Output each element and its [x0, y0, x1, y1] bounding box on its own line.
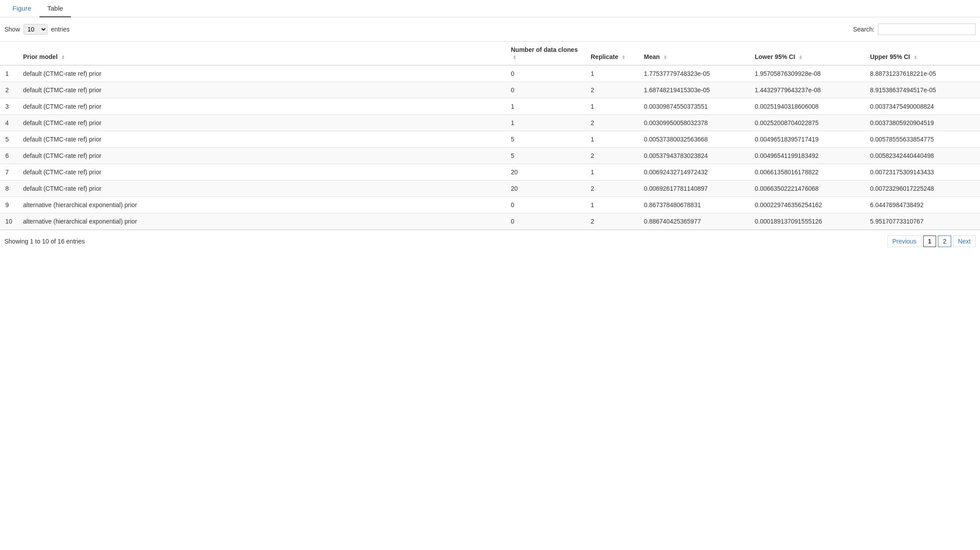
col-prior-model[interactable]: Prior model ⇕ [18, 42, 506, 66]
pagination: Previous 1 2 Next [887, 236, 976, 247]
sort-icon: ⇕ [622, 55, 625, 60]
col-lower-ci[interactable]: Lower 95% CI ⇕ [749, 42, 865, 66]
table-row: 4default (CTMC-rate ref) prior120.003099… [0, 115, 980, 131]
table-controls: Show 102550100 entries Search: [0, 17, 980, 41]
cell-replicate: 1 [585, 98, 639, 115]
show-label: Show [4, 26, 20, 33]
cell-data-clones: 20 [506, 164, 585, 181]
cell-replicate: 2 [585, 213, 639, 230]
table-body: 1default (CTMC-rate ref) prior011.775377… [0, 65, 980, 230]
cell-index: 2 [0, 82, 18, 98]
cell-replicate: 2 [585, 148, 639, 164]
table-row: 10alternative (hierarchical exponential)… [0, 213, 980, 230]
cell-mean: 0.886740425365977 [639, 213, 749, 230]
cell-replicate: 2 [585, 181, 639, 197]
cell-prior-model: default (CTMC-rate ref) prior [18, 181, 506, 197]
cell-mean: 0.00537380032563668 [639, 131, 749, 148]
cell-lower-ci: 0.00663502221476068 [749, 181, 865, 197]
cell-lower-ci: 0.00252008704022875 [749, 115, 865, 131]
col-upper-ci[interactable]: Upper 95% CI ⇕ [865, 42, 980, 66]
cell-lower-ci: 1.44329779643237e-08 [749, 82, 865, 98]
cell-data-clones: 1 [506, 115, 585, 131]
cell-upper-ci: 8.88731237618221e-05 [865, 65, 980, 82]
cell-data-clones: 0 [506, 65, 585, 82]
table-row: 5default (CTMC-rate ref) prior510.005373… [0, 131, 980, 148]
cell-lower-ci: 0.000189137091555126 [749, 213, 865, 230]
data-table: Prior model ⇕ Number of data clones ⇕ Re… [0, 41, 980, 230]
sort-icon: ⇕ [513, 55, 516, 60]
table-row: 1default (CTMC-rate ref) prior011.775377… [0, 65, 980, 82]
table-footer: Showing 1 to 10 of 16 entries Previous 1… [0, 230, 980, 252]
cell-data-clones: 5 [506, 131, 585, 148]
cell-lower-ci: 0.00496541199183492 [749, 148, 865, 164]
cell-lower-ci: 0.00251940318606008 [749, 98, 865, 115]
cell-index: 3 [0, 98, 18, 115]
col-mean[interactable]: Mean ⇕ [639, 42, 749, 66]
table-row: 9alternative (hierarchical exponential) … [0, 197, 980, 213]
table-row: 2default (CTMC-rate ref) prior021.687482… [0, 82, 980, 98]
cell-data-clones: 0 [506, 197, 585, 213]
cell-mean: 0.00309874550373551 [639, 98, 749, 115]
cell-upper-ci: 0.00373805920904519 [865, 115, 980, 131]
entries-label: entries [51, 26, 70, 33]
cell-upper-ci: 0.00582342440440498 [865, 148, 980, 164]
table-header-row: Prior model ⇕ Number of data clones ⇕ Re… [0, 42, 980, 66]
cell-upper-ci: 0.00578555633854775 [865, 131, 980, 148]
cell-prior-model: alternative (hierarchical exponential) p… [18, 213, 506, 230]
cell-upper-ci: 5.95170773310767 [865, 213, 980, 230]
cell-data-clones: 20 [506, 181, 585, 197]
cell-mean: 0.00537943783023824 [639, 148, 749, 164]
cell-prior-model: default (CTMC-rate ref) prior [18, 148, 506, 164]
search-area: Search: [853, 24, 976, 35]
cell-mean: 1.68748219415303e-05 [639, 82, 749, 98]
cell-lower-ci: 0.000229746356254162 [749, 197, 865, 213]
page-2-button[interactable]: 2 [938, 236, 951, 247]
cell-index: 1 [0, 65, 18, 82]
cell-mean: 0.00692617781140897 [639, 181, 749, 197]
cell-mean: 0.00309950058032378 [639, 115, 749, 131]
tab-table[interactable]: Table [39, 0, 71, 17]
cell-prior-model: default (CTMC-rate ref) prior [18, 82, 506, 98]
search-label: Search: [853, 26, 874, 33]
cell-prior-model: default (CTMC-rate ref) prior [18, 65, 506, 82]
cell-mean: 0.867378480678831 [639, 197, 749, 213]
cell-replicate: 2 [585, 115, 639, 131]
cell-lower-ci: 0.00496518395717419 [749, 131, 865, 148]
cell-data-clones: 0 [506, 213, 585, 230]
showing-text: Showing 1 to 10 of 16 entries [4, 238, 85, 245]
sort-icon: ⇕ [61, 55, 65, 60]
cell-index: 6 [0, 148, 18, 164]
cell-lower-ci: 1.95705876309928e-08 [749, 65, 865, 82]
prev-button[interactable]: Previous [887, 236, 921, 247]
cell-data-clones: 1 [506, 98, 585, 115]
page-1-button[interactable]: 1 [923, 236, 937, 247]
cell-prior-model: default (CTMC-rate ref) prior [18, 131, 506, 148]
cell-data-clones: 0 [506, 82, 585, 98]
cell-upper-ci: 8.91538637494517e-05 [865, 82, 980, 98]
next-button[interactable]: Next [953, 236, 976, 247]
cell-prior-model: default (CTMC-rate ref) prior [18, 115, 506, 131]
table-row: 7default (CTMC-rate ref) prior2010.00692… [0, 164, 980, 181]
col-replicate[interactable]: Replicate ⇕ [585, 42, 639, 66]
table-row: 3default (CTMC-rate ref) prior110.003098… [0, 98, 980, 115]
sort-icon: ⇕ [799, 55, 802, 60]
cell-replicate: 2 [585, 82, 639, 98]
cell-prior-model: alternative (hierarchical exponential) p… [18, 197, 506, 213]
col-data-clones[interactable]: Number of data clones ⇕ [506, 42, 585, 66]
search-input[interactable] [878, 24, 976, 35]
entries-select[interactable]: 102550100 [24, 24, 47, 35]
table-row: 6default (CTMC-rate ref) prior520.005379… [0, 148, 980, 164]
cell-prior-model: default (CTMC-rate ref) prior [18, 164, 506, 181]
cell-upper-ci: 0.00373475490008824 [865, 98, 980, 115]
cell-index: 4 [0, 115, 18, 131]
cell-index: 5 [0, 131, 18, 148]
cell-upper-ci: 6.04476984738492 [865, 197, 980, 213]
cell-replicate: 1 [585, 65, 639, 82]
cell-prior-model: default (CTMC-rate ref) prior [18, 98, 506, 115]
tab-figure[interactable]: Figure [4, 0, 39, 17]
tab-bar: Figure Table [0, 0, 980, 17]
cell-index: 10 [0, 213, 18, 230]
sort-icon: ⇕ [913, 55, 917, 60]
cell-replicate: 1 [585, 164, 639, 181]
cell-replicate: 1 [585, 131, 639, 148]
